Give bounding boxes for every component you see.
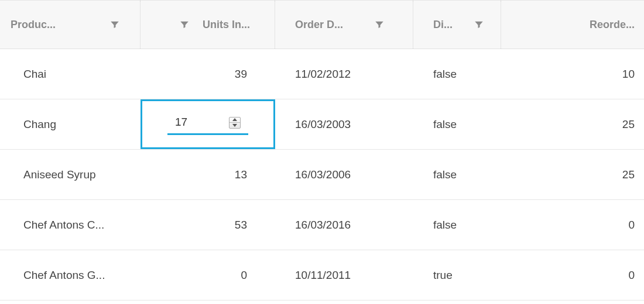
column-label: Units In... — [203, 19, 250, 31]
cell-reorder[interactable]: 10 — [501, 49, 644, 99]
cell-units-editing[interactable] — [141, 99, 275, 149]
table-row[interactable]: Aniseed Syrup 13 16/03/2006 false 25 — [0, 150, 644, 200]
cell-units[interactable]: 53 — [141, 200, 275, 250]
number-spinner[interactable] — [229, 117, 241, 129]
column-header-reorder[interactable]: Reorde... — [501, 1, 644, 49]
table-row[interactable]: Chef Antons C... 53 16/03/2016 false 0 — [0, 200, 644, 250]
table-row[interactable]: Chang 16/03/2003 false 25 — [0, 99, 644, 150]
cell-reorder[interactable]: 0 — [501, 200, 644, 250]
spinner-down-button[interactable] — [229, 123, 240, 128]
column-header-units[interactable]: Units In... — [141, 1, 275, 49]
cell-units[interactable]: 13 — [141, 150, 275, 199]
data-grid: Produc... Units In... Order D... Di... R… — [0, 0, 644, 300]
column-header-discontinued[interactable]: Di... — [413, 1, 501, 49]
cell-disc[interactable]: false — [413, 99, 501, 149]
cell-product[interactable]: Chef Antons C... — [0, 200, 141, 250]
column-header-order-date[interactable]: Order D... — [275, 1, 413, 49]
editor-underline — [167, 133, 248, 135]
cell-product[interactable]: Aniseed Syrup — [0, 150, 141, 199]
spinner-up-button[interactable] — [229, 118, 240, 123]
cell-disc[interactable]: true — [413, 250, 501, 300]
units-input[interactable] — [175, 112, 213, 133]
cell-disc[interactable]: false — [413, 49, 501, 99]
numeric-editor[interactable] — [172, 112, 244, 133]
table-row[interactable]: Chai 39 11/02/2012 false 10 — [0, 49, 644, 99]
column-label: Produc... — [11, 19, 56, 31]
cell-product[interactable]: Chef Antons G... — [0, 250, 141, 300]
column-label: Order D... — [295, 19, 343, 31]
cell-order[interactable]: 10/11/2011 — [275, 250, 413, 300]
cell-units[interactable]: 0 — [141, 250, 275, 300]
cell-disc[interactable]: false — [413, 200, 501, 250]
filter-icon[interactable] — [109, 19, 120, 30]
table-row[interactable]: Chef Antons G... 0 10/11/2011 true 0 — [0, 250, 644, 300]
column-label: Di... — [433, 19, 453, 31]
column-label: Reorde... — [590, 19, 635, 31]
column-header-product[interactable]: Produc... — [0, 1, 141, 49]
cell-units[interactable]: 39 — [141, 49, 275, 99]
cell-order[interactable]: 11/02/2012 — [275, 49, 413, 99]
cell-order[interactable]: 16/03/2003 — [275, 99, 413, 149]
cell-reorder[interactable]: 0 — [501, 250, 644, 300]
filter-icon[interactable] — [374, 19, 385, 30]
cell-product[interactable]: Chang — [0, 99, 141, 149]
grid-header: Produc... Units In... Order D... Di... R… — [0, 1, 644, 49]
filter-icon[interactable] — [474, 19, 484, 30]
cell-product[interactable]: Chai — [0, 49, 141, 99]
filter-icon[interactable] — [179, 19, 190, 30]
cell-reorder[interactable]: 25 — [501, 99, 644, 149]
cell-disc[interactable]: false — [413, 150, 501, 199]
cell-order[interactable]: 16/03/2016 — [275, 200, 413, 250]
cell-reorder[interactable]: 25 — [501, 150, 644, 199]
cell-order[interactable]: 16/03/2006 — [275, 150, 413, 199]
